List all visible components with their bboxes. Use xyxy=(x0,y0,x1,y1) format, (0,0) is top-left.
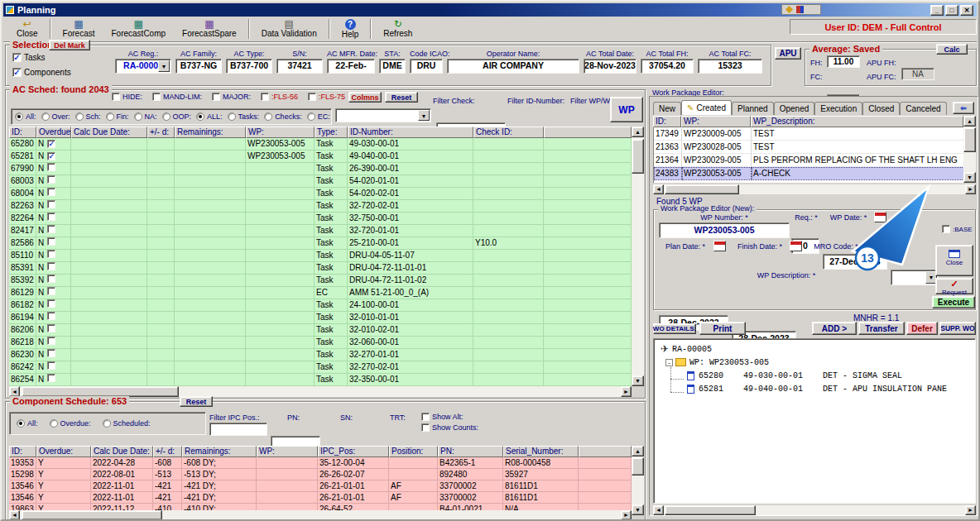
scroll-up-icon[interactable]: ▲ xyxy=(632,446,644,456)
toolbar-forecastspare-button[interactable]: ▦ ForecastSpare xyxy=(174,17,245,41)
collapse-panel-button[interactable]: ⇐ xyxy=(953,102,974,114)
row-checkbox[interactable] xyxy=(47,237,55,246)
wp-row[interactable]: 21363WP230028-005TEST xyxy=(654,141,963,154)
wp-number-value[interactable]: WP230053-005 xyxy=(659,222,790,238)
ac-table-row[interactable]: 86254NTask32-350-00-01 xyxy=(9,374,632,386)
scroll-left-icon[interactable]: ◄ xyxy=(653,505,664,515)
filter-ipc-input[interactable] xyxy=(209,423,267,436)
chevron-down-icon[interactable]: ▼ xyxy=(418,110,430,121)
filter-check-dropdown[interactable]: ▼ xyxy=(335,108,431,122)
wo-details-button[interactable]: WO DETAILS: xyxy=(653,323,696,334)
tab-opened[interactable]: Opened xyxy=(774,102,815,115)
ac-table-row[interactable]: 86182NTask24-100-00-01 xyxy=(9,299,632,312)
scroll-down-icon[interactable]: ▼ xyxy=(963,172,976,183)
tab-closed[interactable]: Closed xyxy=(862,102,900,115)
apu-button[interactable]: APU xyxy=(775,47,801,60)
wp-row[interactable]: 17349WP230009-005TEST xyxy=(654,127,963,141)
comp-table-row[interactable]: 19353Y2022-04-28-608-608 DY;35-12-00-04B… xyxy=(9,457,632,469)
toolbar-close-button[interactable]: ↩ Close xyxy=(8,17,46,41)
ac-table-row[interactable]: 86218NTask32-060-00-01 xyxy=(9,337,632,349)
column-header[interactable] xyxy=(579,446,632,457)
column-header-remainings[interactable]: Remainings: xyxy=(182,446,257,457)
radio-over[interactable]: Over: xyxy=(41,112,70,121)
ac-table-row[interactable]: 68004NTask54-020-02-01 xyxy=(9,188,632,200)
column-header-id[interactable]: ID: xyxy=(9,127,36,138)
comp-table-row[interactable]: 13546Y2022-11-01-421-421 DY;26-21-01-01A… xyxy=(9,480,632,492)
maximize-button[interactable]: □ xyxy=(945,5,958,16)
checkbox-fls-56[interactable]: :FLS-56 xyxy=(261,93,298,101)
comp-horizontal-scrollbar[interactable]: ◄ ► xyxy=(9,510,632,520)
row-checkbox[interactable] xyxy=(47,324,55,332)
scroll-right-icon[interactable]: ► xyxy=(621,510,632,520)
wp-filter-button[interactable]: WP xyxy=(610,97,643,122)
scroll-thumb[interactable] xyxy=(665,505,756,515)
column-header-calc-due-date[interactable]: Calc Due Date: xyxy=(91,446,153,457)
radio-circle[interactable] xyxy=(15,112,23,121)
ac-table-row[interactable]: 86242NTask32-270-02-01 xyxy=(9,361,632,374)
toolbar-help-button[interactable]: ? Help xyxy=(334,17,368,41)
radio-na[interactable]: NA: xyxy=(134,112,157,121)
radio-circle[interactable] xyxy=(75,112,84,121)
column-header-position[interactable]: Position: xyxy=(389,446,438,457)
tree-root[interactable]: ✈RA-00005 xyxy=(656,342,973,356)
scroll-thumb[interactable] xyxy=(963,127,976,152)
checkbox-box[interactable] xyxy=(261,93,269,101)
checkbox-box[interactable] xyxy=(421,413,430,421)
del-mark-button[interactable]: Del Mark xyxy=(49,40,90,50)
ac-vertical-scrollbar[interactable]: ▲ ▼ xyxy=(632,127,644,386)
calc-button[interactable]: Calc xyxy=(936,44,968,55)
radio-circle[interactable] xyxy=(162,112,171,121)
toolbar-forecastcomp-button[interactable]: ▦ ForecastComp xyxy=(103,17,174,41)
radio-circle[interactable] xyxy=(307,112,315,121)
expander-icon[interactable]: - xyxy=(665,359,673,366)
ac-table-row[interactable]: 85392NTaskDRU-04-72-11-01-02 xyxy=(9,275,632,287)
defer-button[interactable]: Defer xyxy=(906,322,938,335)
row-checkbox[interactable] xyxy=(47,361,55,370)
ac-table-row[interactable]: 85110NTaskDRU-04-05-11-07 xyxy=(9,250,632,262)
checkbox-fls-75[interactable]: :FLS-75 xyxy=(308,93,345,101)
users-icon[interactable] xyxy=(796,6,804,13)
ac-table-row[interactable]: 82263NTask32-720-02-01 xyxy=(9,200,632,213)
reset-button[interactable]: Reset xyxy=(385,92,418,103)
checkbox-show-alt[interactable]: Show Alt: xyxy=(421,413,478,421)
column-header-d[interactable]: +/- d: xyxy=(153,446,182,457)
row-checkbox[interactable] xyxy=(47,349,55,357)
radio-circle[interactable] xyxy=(196,112,204,121)
checkbox-box[interactable] xyxy=(308,93,316,101)
wp-row[interactable]: 21364WP230029-005PLS PERFORM REPLACING O… xyxy=(654,154,963,167)
column-header[interactable] xyxy=(544,127,632,138)
calendar-icon[interactable] xyxy=(713,241,726,251)
ac-table-row[interactable]: 67990NTask26-390-00-01 xyxy=(9,163,632,175)
row-checkbox[interactable]: ✓ xyxy=(47,152,55,160)
scroll-down-icon[interactable]: ▼ xyxy=(632,504,644,515)
radio-circle[interactable] xyxy=(134,112,142,121)
close-window-button[interactable]: ✕ xyxy=(960,5,973,16)
scroll-thumb[interactable] xyxy=(632,139,644,174)
column-header-check-id[interactable]: Check ID: xyxy=(473,127,544,138)
scale-icon[interactable] xyxy=(785,6,793,13)
ac-table-row[interactable]: 86129NECAMM 51-21-00_0_(A) xyxy=(9,287,632,299)
tab-created[interactable]: ✎Created xyxy=(681,100,732,115)
tab-planned[interactable]: Planned xyxy=(732,102,774,115)
checkbox-box[interactable]: ✓ xyxy=(12,53,22,62)
ac-table-row[interactable]: 65280N✓WP230053-005Task49-030-00-01 xyxy=(9,138,632,151)
calendar-icon[interactable] xyxy=(790,241,802,251)
row-checkbox[interactable] xyxy=(47,287,55,295)
column-header-id[interactable]: ID: xyxy=(653,116,681,127)
radio-circle[interactable] xyxy=(228,112,236,121)
checkbox-box[interactable] xyxy=(152,93,161,101)
scroll-thumb[interactable] xyxy=(22,510,162,520)
wp-vertical-scrollbar[interactable]: ▲ ▼ xyxy=(963,116,976,183)
row-checkbox[interactable] xyxy=(47,250,55,258)
scroll-left-icon[interactable]: ◄ xyxy=(9,510,20,520)
row-checkbox[interactable] xyxy=(47,312,55,320)
radio-ec[interactable]: EC: xyxy=(307,112,330,121)
column-header-pn[interactable]: PN: xyxy=(438,446,503,457)
fh-value[interactable]: 11.00 xyxy=(827,55,860,68)
ac-table-row[interactable]: 86230NTask32-270-01-01 xyxy=(9,349,632,361)
comp-table-row[interactable]: 15298Y2022-08-01-513-513 DY;26-26-02-078… xyxy=(9,469,632,480)
scroll-up-icon[interactable]: ▲ xyxy=(963,116,976,127)
minimize-button[interactable]: _ xyxy=(930,5,944,16)
ac-table-row[interactable]: 82586NTask25-210-00-01Y10.0 xyxy=(9,237,632,250)
radio-circle[interactable] xyxy=(106,112,114,121)
